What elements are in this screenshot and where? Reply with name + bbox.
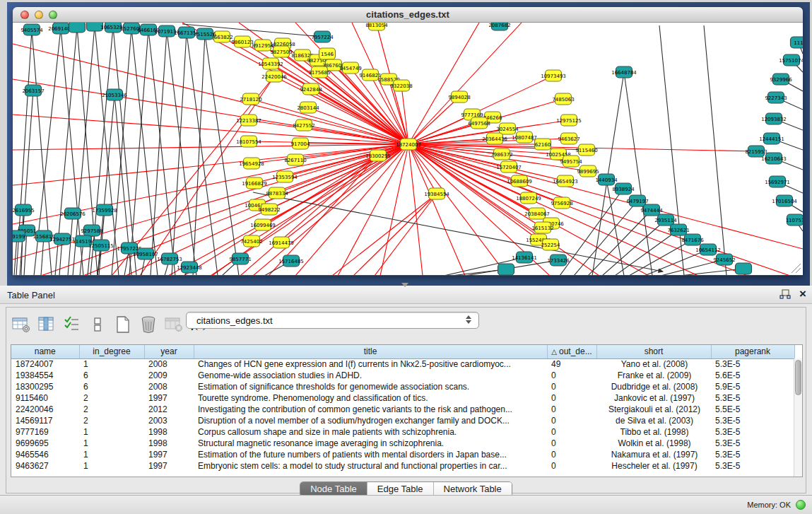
network-canvas[interactable]: 1872400718300295193845549860123891295418… xyxy=(13,23,803,275)
new-column-button[interactable] xyxy=(114,315,132,334)
graph-node[interactable]: 9498222 xyxy=(258,204,280,215)
table-cell[interactable]: 6 xyxy=(79,370,144,381)
table-row[interactable]: 1830029562008Estimation of significance … xyxy=(11,381,794,392)
column-header-name[interactable]: name xyxy=(11,345,79,358)
table-cell[interactable]: Franke et al. (2009) xyxy=(596,370,711,381)
graph-node[interactable]: 9329966 xyxy=(770,74,792,85)
graph-node[interactable]: 7986372 xyxy=(490,148,512,160)
graph-node[interactable] xyxy=(736,263,752,274)
table-row[interactable]: 1872400712008Changes of HCN gene express… xyxy=(11,358,794,370)
column-header-short[interactable]: short xyxy=(596,345,711,358)
graph-node[interactable]: 9227343 xyxy=(765,92,787,103)
table-cell[interactable]: 9463627 xyxy=(11,460,79,472)
table-cell[interactable]: Estimation of significance thresholds fo… xyxy=(194,381,547,392)
table-cell[interactable]: de Silva et al. (2003) xyxy=(596,415,711,426)
graph-node[interactable]: 252254 xyxy=(541,239,560,250)
graph-node[interactable]: 9894028 xyxy=(448,91,470,103)
table-cell[interactable]: 2 xyxy=(79,404,144,415)
table-cell[interactable]: 1 xyxy=(79,449,144,460)
graph-node[interactable]: 8427552 xyxy=(293,119,314,131)
graph-node[interactable]: 16654923 xyxy=(553,175,578,187)
graph-node[interactable]: 2063157 xyxy=(22,85,44,96)
table-cell[interactable]: 22420046 xyxy=(11,404,79,415)
graph-node[interactable]: 1440934 xyxy=(595,174,618,185)
table-row[interactable]: 911546021997Tourette syndrome. Phenomeno… xyxy=(11,392,794,404)
graph-node[interactable]: 15716485 xyxy=(278,255,304,267)
graph-node[interactable]: 9297588 xyxy=(81,225,102,236)
graph-node[interactable]: 9115460 xyxy=(575,144,597,156)
table-cell[interactable]: 2 xyxy=(79,392,144,404)
splitter-handle-icon[interactable] xyxy=(401,283,408,287)
resize-handle-icon[interactable] xyxy=(790,262,801,274)
graph-node[interactable]: 110753 xyxy=(786,214,803,226)
table-cell[interactable]: 5.3E-5 xyxy=(711,449,794,460)
table-settings-button[interactable] xyxy=(12,315,30,334)
table-cell[interactable]: Hescheler et al. (1997) xyxy=(596,460,711,472)
table-cell[interactable]: 18300295 xyxy=(11,381,79,392)
close-panel-icon[interactable]: × xyxy=(799,288,806,300)
graph-node[interactable]: 8454749 xyxy=(339,62,361,74)
table-cell[interactable]: Jankovic et al. (1997) xyxy=(596,392,711,404)
graph-node[interactable]: 9405574 xyxy=(20,24,43,35)
table-cell[interactable]: 2008 xyxy=(144,381,194,392)
table-scrollbar-thumb[interactable] xyxy=(795,360,801,395)
table-cell[interactable]: Structural magnetic resonance image aver… xyxy=(194,438,547,449)
graph-node[interactable]: 7957224 xyxy=(311,31,334,42)
graph-node[interactable]: 111 xyxy=(791,37,804,48)
table-cell[interactable]: 0 xyxy=(547,449,596,460)
table-cell[interactable]: 5.3E-5 xyxy=(711,392,794,404)
table-cell[interactable]: 9465546 xyxy=(11,449,79,460)
table-row[interactable]: 1456911722003Disruption of a novel membe… xyxy=(11,415,794,426)
graph-node[interactable]: 8471676 xyxy=(681,234,704,245)
graph-node[interactable]: 8267110 xyxy=(284,154,306,165)
table-cell[interactable]: 1 xyxy=(79,460,144,472)
table-cell[interactable]: Estimation of the future numbers of pati… xyxy=(194,449,547,460)
table-cell[interactable]: 19384554 xyxy=(11,370,79,381)
table-cell[interactable]: Wolkin et al. (1998) xyxy=(596,438,711,449)
table-cell[interactable]: 0 xyxy=(547,438,596,449)
table-cell[interactable]: 5.9E-5 xyxy=(711,381,794,392)
table-cell[interactable]: 0 xyxy=(547,392,596,404)
graph-node[interactable]: 39199 xyxy=(13,230,25,242)
table-cell[interactable]: 6 xyxy=(79,381,144,392)
table-cell[interactable]: 0 xyxy=(547,460,596,472)
graph-node[interactable] xyxy=(498,264,514,275)
table-cell[interactable]: Nakamura et al. (1997) xyxy=(596,449,711,460)
node-table-grid[interactable]: namein_degreeyeartitle△out_de...shortpag… xyxy=(11,345,795,472)
graph-node[interactable]: 9860123 xyxy=(231,36,253,47)
table-cell[interactable]: 5.3E-5 xyxy=(711,415,794,426)
graph-node[interactable]: 9322038 xyxy=(390,80,412,91)
table-cell[interactable]: Disruption of a novel member of a sodium… xyxy=(194,415,547,426)
tab-edge-table[interactable]: Edge Table xyxy=(367,482,434,496)
graph-node[interactable]: 1546 xyxy=(319,48,336,59)
table-cell[interactable]: Tibbo et al. (1998) xyxy=(596,426,711,438)
table-scrollbar[interactable] xyxy=(794,358,802,477)
column-chooser-button[interactable] xyxy=(37,315,56,334)
table-cell[interactable]: 18724007 xyxy=(11,358,79,370)
graph-node[interactable]: 12444151 xyxy=(759,133,784,144)
graph-node[interactable]: 9827509 xyxy=(270,46,292,57)
table-cell[interactable]: 2003 xyxy=(144,415,194,426)
table-cell[interactable]: Genome-wide association studies in ADHD. xyxy=(194,370,547,381)
graph-node[interactable]: 16782753 xyxy=(157,253,182,264)
graph-node[interactable]: 21053346 xyxy=(102,89,127,100)
citation-graph[interactable]: 1872400718300295193845549860123891295418… xyxy=(13,23,803,275)
table-cell[interactable]: 1 xyxy=(79,358,144,370)
graph-node[interactable]: 12923448 xyxy=(177,262,202,273)
table-cell[interactable]: 9777169 xyxy=(11,426,79,438)
graph-node[interactable]: 17016504 xyxy=(772,195,797,206)
graph-node[interactable]: 2718120 xyxy=(240,93,261,105)
graph-node[interactable]: 20206576 xyxy=(60,208,86,219)
graph-node[interactable]: 7515526 xyxy=(194,28,216,40)
graph-node[interactable]: 6497568 xyxy=(468,117,490,129)
table-cell[interactable]: Embryonic stem cells: a model to study s… xyxy=(194,460,547,472)
graph-node[interactable]: 2087682 xyxy=(488,23,510,30)
graph-node[interactable]: 10807487 xyxy=(512,132,537,143)
table-cell[interactable]: 5.3E-5 xyxy=(711,426,794,438)
table-cell[interactable]: 9115460 xyxy=(11,392,79,404)
table-row[interactable]: 977716911998Corpus callosum shape and si… xyxy=(11,426,794,438)
row-height-button[interactable] xyxy=(88,315,107,334)
table-cell[interactable]: 2 xyxy=(79,415,144,426)
table-row[interactable]: 2242004622012Investigating the contribut… xyxy=(11,404,794,415)
graph-node[interactable]: 15720407 xyxy=(496,161,522,173)
